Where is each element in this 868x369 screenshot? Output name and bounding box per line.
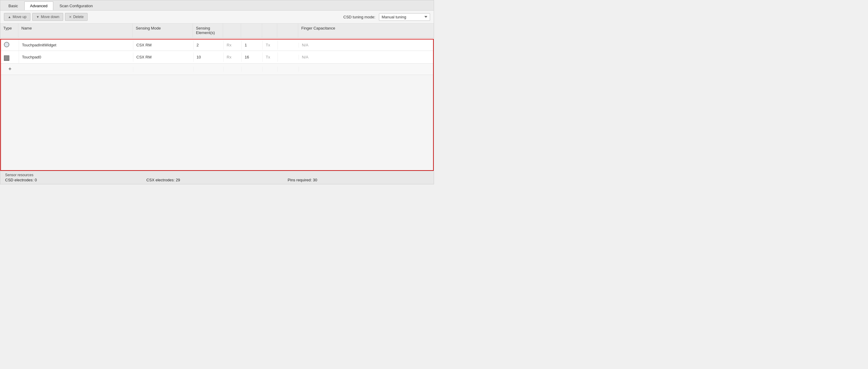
row2-name-cell[interactable]: Touchpad0 <box>19 52 133 62</box>
sensor-resources-title: Sensor resources <box>5 173 429 177</box>
th-5 <box>241 24 262 37</box>
table-header: TypeNameSensing ModeSensing Element(s)Fi… <box>0 24 434 38</box>
th-4 <box>223 24 241 37</box>
add-row-empty3 <box>193 67 224 72</box>
table-row: TouchpadInitWidget CSX RM 2 Rx 1 Tx N/A <box>1 39 433 51</box>
footer: Sensor resources CSD electrodes: 0 CSX e… <box>0 171 434 184</box>
add-row-empty4 <box>224 67 242 72</box>
move-down-icon: ▼ <box>36 15 39 19</box>
csd-electrodes-label: CSD electrodes: <box>5 178 34 182</box>
tab-scan-config[interactable]: Scan Configuration <box>54 1 99 10</box>
tab-basic[interactable]: Basic <box>3 1 24 10</box>
csd-electrodes-value: 0 <box>35 178 37 182</box>
move-up-button[interactable]: ▲ Move up <box>4 13 30 21</box>
tab-bar: Basic Advanced Scan Configuration <box>0 0 434 10</box>
row2-rx-value: 16 <box>242 52 263 62</box>
th-2: Sensing Mode <box>133 24 193 37</box>
row2-finger-cap: N/A <box>299 52 433 62</box>
delete-icon: ✕ <box>69 15 72 19</box>
pins-required-label: Pins required: <box>288 178 312 182</box>
table-body: TouchpadInitWidget CSX RM 2 Rx 1 Tx N/A <box>0 39 434 171</box>
delete-button[interactable]: ✕ Delete <box>65 13 88 21</box>
move-down-label: Move down <box>41 15 59 19</box>
row2-tx-label: Tx <box>263 52 278 62</box>
toolbar: ▲ Move up ▼ Move down ✕ Delete CSD tunin… <box>0 10 434 24</box>
row1-rx-label: Rx <box>224 40 242 50</box>
th-3: Sensing Element(s) <box>193 24 223 37</box>
row1-sensing-elements-cell: 2 <box>193 40 224 50</box>
pins-required-value: 30 <box>313 178 317 182</box>
csd-electrodes-stat: CSD electrodes: 0 <box>5 178 146 182</box>
th-1: Name <box>18 24 133 37</box>
add-row-empty6 <box>263 67 278 72</box>
add-row-empty <box>19 67 133 72</box>
th-8: Finger Capacitance <box>298 24 434 37</box>
csx-electrodes-stat: CSX electrodes: 29 <box>146 178 287 182</box>
footer-stats: CSD electrodes: 0 CSX electrodes: 29 Pin… <box>5 178 429 182</box>
move-down-button[interactable]: ▼ Move down <box>32 13 63 21</box>
add-row-empty5 <box>242 67 263 72</box>
row1-sensing-mode-cell: CSX RM <box>133 40 193 50</box>
move-up-label: Move up <box>13 15 27 19</box>
csx-electrodes-value: 29 <box>176 178 180 182</box>
add-row: + <box>1 63 433 75</box>
row2-sensing-mode-cell: CSX RM <box>133 52 193 62</box>
add-button[interactable]: + <box>1 64 19 74</box>
row2-rx-label: Rx <box>224 52 242 62</box>
row2-tx-value <box>278 55 299 60</box>
csx-electrodes-label: CSX electrodes: <box>146 178 175 182</box>
row1-tx-label: Tx <box>263 40 278 50</box>
row1-rx-value: 1 <box>242 40 263 50</box>
th-0: Type <box>0 24 18 37</box>
pins-required-stat: Pins required: 30 <box>288 178 429 182</box>
csd-tuning-label: CSD tuning mode: <box>343 15 375 19</box>
th-6 <box>262 24 277 37</box>
th-7 <box>277 24 298 37</box>
delete-label: Delete <box>73 15 84 19</box>
table-area: TypeNameSensing ModeSensing Element(s)Fi… <box>0 24 434 171</box>
row2-type-cell <box>1 51 19 63</box>
row1-type-cell <box>1 39 19 51</box>
app-container: Basic Advanced Scan Configuration ▲ Move… <box>0 0 434 184</box>
add-row-empty2 <box>133 67 193 72</box>
add-row-empty8 <box>299 67 433 72</box>
grid-icon <box>4 55 9 61</box>
circle-icon <box>4 42 9 47</box>
row1-name-cell[interactable]: TouchpadInitWidget <box>19 40 133 50</box>
move-up-icon: ▲ <box>8 15 11 19</box>
tab-advanced[interactable]: Advanced <box>24 1 53 10</box>
csd-tuning-select[interactable]: Manual tuning SmartSense (Full Auto) <box>379 13 430 21</box>
row1-tx-value <box>278 43 299 48</box>
row2-sensing-elements-cell: 10 <box>193 52 224 62</box>
add-row-empty7 <box>278 67 299 72</box>
table-row: Touchpad0 CSX RM 10 Rx 16 Tx N/A <box>1 51 433 63</box>
row1-finger-cap: N/A <box>299 40 433 50</box>
